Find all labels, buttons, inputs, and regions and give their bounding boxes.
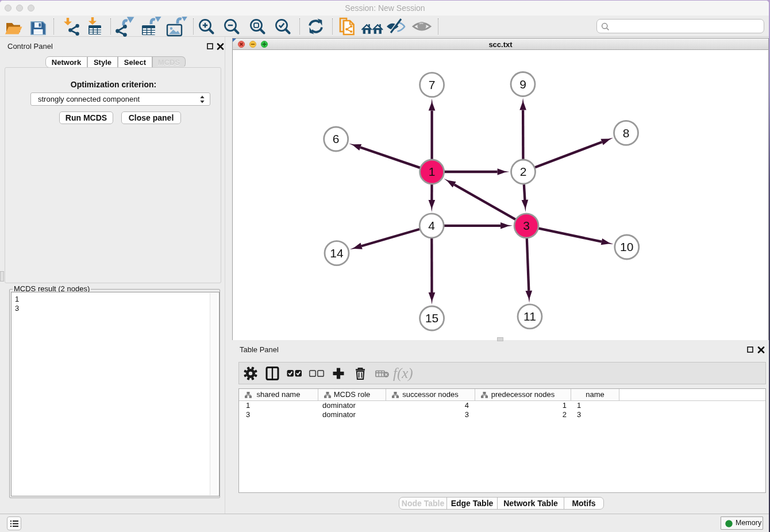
- svg-text:11: 11: [523, 310, 536, 323]
- svg-text:7: 7: [429, 78, 436, 91]
- svg-text:f(x): f(x): [393, 365, 413, 381]
- svg-text:10: 10: [620, 240, 633, 253]
- svg-text:4: 4: [428, 219, 435, 232]
- svg-text:2: 2: [520, 165, 527, 178]
- svg-text:8: 8: [623, 126, 630, 140]
- svg-text:3: 3: [523, 219, 530, 232]
- svg-text:9: 9: [519, 78, 526, 91]
- svg-text:14: 14: [330, 246, 344, 260]
- svg-text:15: 15: [425, 311, 438, 325]
- svg-text:6: 6: [333, 132, 340, 145]
- svg-text:1: 1: [429, 165, 436, 178]
